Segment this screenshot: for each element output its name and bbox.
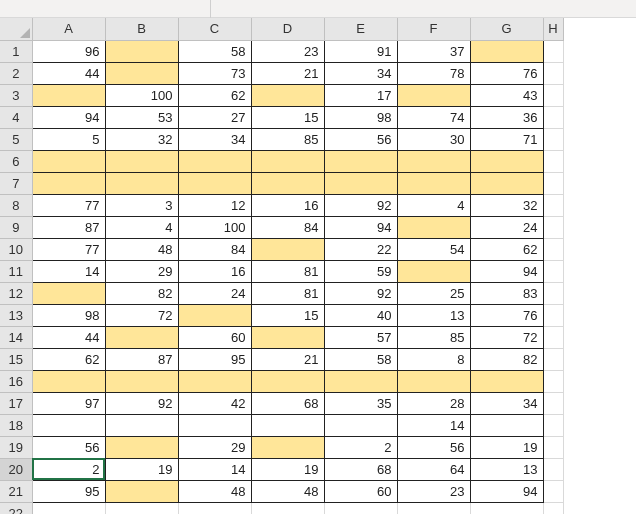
- cell-E17[interactable]: 35: [324, 392, 397, 414]
- cell-H12[interactable]: [543, 282, 563, 304]
- cell-A12[interactable]: [32, 282, 105, 304]
- cell-B8[interactable]: 3: [105, 194, 178, 216]
- cell-G18[interactable]: [470, 414, 543, 436]
- cell-A17[interactable]: 97: [32, 392, 105, 414]
- cell-C3[interactable]: 62: [178, 84, 251, 106]
- row-header-5[interactable]: 5: [0, 128, 32, 150]
- cell-D12[interactable]: 81: [251, 282, 324, 304]
- col-header-A[interactable]: A: [32, 18, 105, 40]
- col-header-D[interactable]: D: [251, 18, 324, 40]
- cell-H17[interactable]: [543, 392, 563, 414]
- cell-F10[interactable]: 54: [397, 238, 470, 260]
- cell-C7[interactable]: [178, 172, 251, 194]
- cell-B9[interactable]: 4: [105, 216, 178, 238]
- cell-G15[interactable]: 82: [470, 348, 543, 370]
- cell-D22[interactable]: [251, 502, 324, 514]
- cell-G1[interactable]: [470, 40, 543, 62]
- cell-A8[interactable]: 77: [32, 194, 105, 216]
- cell-F7[interactable]: [397, 172, 470, 194]
- cell-D15[interactable]: 21: [251, 348, 324, 370]
- cell-C19[interactable]: 29: [178, 436, 251, 458]
- cell-C6[interactable]: [178, 150, 251, 172]
- cell-C5[interactable]: 34: [178, 128, 251, 150]
- cell-G8[interactable]: 32: [470, 194, 543, 216]
- cell-B20[interactable]: 19: [105, 458, 178, 480]
- cell-E22[interactable]: [324, 502, 397, 514]
- cell-E15[interactable]: 58: [324, 348, 397, 370]
- cell-E20[interactable]: 68: [324, 458, 397, 480]
- cell-D9[interactable]: 84: [251, 216, 324, 238]
- row-header-2[interactable]: 2: [0, 62, 32, 84]
- cell-B13[interactable]: 72: [105, 304, 178, 326]
- row-header-20[interactable]: 20: [0, 458, 32, 480]
- cell-F5[interactable]: 30: [397, 128, 470, 150]
- cell-E1[interactable]: 91: [324, 40, 397, 62]
- cell-D3[interactable]: [251, 84, 324, 106]
- cell-D14[interactable]: [251, 326, 324, 348]
- cell-B1[interactable]: [105, 40, 178, 62]
- row-header-18[interactable]: 18: [0, 414, 32, 436]
- cell-F4[interactable]: 74: [397, 106, 470, 128]
- cell-C1[interactable]: 58: [178, 40, 251, 62]
- cell-D2[interactable]: 21: [251, 62, 324, 84]
- cell-H14[interactable]: [543, 326, 563, 348]
- col-header-E[interactable]: E: [324, 18, 397, 40]
- cell-C2[interactable]: 73: [178, 62, 251, 84]
- cell-G20[interactable]: 13: [470, 458, 543, 480]
- row-header-13[interactable]: 13: [0, 304, 32, 326]
- cell-C9[interactable]: 100: [178, 216, 251, 238]
- row-header-7[interactable]: 7: [0, 172, 32, 194]
- cell-F12[interactable]: 25: [397, 282, 470, 304]
- cell-B6[interactable]: [105, 150, 178, 172]
- cell-E19[interactable]: 2: [324, 436, 397, 458]
- cell-H22[interactable]: [543, 502, 563, 514]
- cell-A11[interactable]: 14: [32, 260, 105, 282]
- cell-F20[interactable]: 64: [397, 458, 470, 480]
- cell-F8[interactable]: 4: [397, 194, 470, 216]
- cell-C22[interactable]: [178, 502, 251, 514]
- row-header-14[interactable]: 14: [0, 326, 32, 348]
- cell-H20[interactable]: [543, 458, 563, 480]
- select-all-corner[interactable]: [0, 18, 32, 40]
- cell-H11[interactable]: [543, 260, 563, 282]
- row-header-3[interactable]: 3: [0, 84, 32, 106]
- cell-E9[interactable]: 94: [324, 216, 397, 238]
- cell-E12[interactable]: 92: [324, 282, 397, 304]
- cell-A13[interactable]: 98: [32, 304, 105, 326]
- cell-B22[interactable]: [105, 502, 178, 514]
- cell-D16[interactable]: [251, 370, 324, 392]
- cell-E18[interactable]: [324, 414, 397, 436]
- cell-A6[interactable]: [32, 150, 105, 172]
- cell-B21[interactable]: [105, 480, 178, 502]
- col-header-C[interactable]: C: [178, 18, 251, 40]
- cell-G14[interactable]: 72: [470, 326, 543, 348]
- cell-D13[interactable]: 15: [251, 304, 324, 326]
- cell-E2[interactable]: 34: [324, 62, 397, 84]
- cell-D10[interactable]: [251, 238, 324, 260]
- cell-A16[interactable]: [32, 370, 105, 392]
- cell-B14[interactable]: [105, 326, 178, 348]
- row-header-11[interactable]: 11: [0, 260, 32, 282]
- cell-F17[interactable]: 28: [397, 392, 470, 414]
- cell-D20[interactable]: 19: [251, 458, 324, 480]
- col-header-G[interactable]: G: [470, 18, 543, 40]
- cell-A4[interactable]: 94: [32, 106, 105, 128]
- cell-D7[interactable]: [251, 172, 324, 194]
- cell-H13[interactable]: [543, 304, 563, 326]
- cell-A10[interactable]: 77: [32, 238, 105, 260]
- cell-A2[interactable]: 44: [32, 62, 105, 84]
- row-header-21[interactable]: 21: [0, 480, 32, 502]
- cell-E5[interactable]: 56: [324, 128, 397, 150]
- cell-G13[interactable]: 76: [470, 304, 543, 326]
- cell-A3[interactable]: [32, 84, 105, 106]
- cell-B17[interactable]: 92: [105, 392, 178, 414]
- cell-G10[interactable]: 62: [470, 238, 543, 260]
- cell-F6[interactable]: [397, 150, 470, 172]
- cell-E13[interactable]: 40: [324, 304, 397, 326]
- cell-H4[interactable]: [543, 106, 563, 128]
- row-header-6[interactable]: 6: [0, 150, 32, 172]
- cell-E6[interactable]: [324, 150, 397, 172]
- cell-A22[interactable]: [32, 502, 105, 514]
- cell-H2[interactable]: [543, 62, 563, 84]
- cell-D18[interactable]: [251, 414, 324, 436]
